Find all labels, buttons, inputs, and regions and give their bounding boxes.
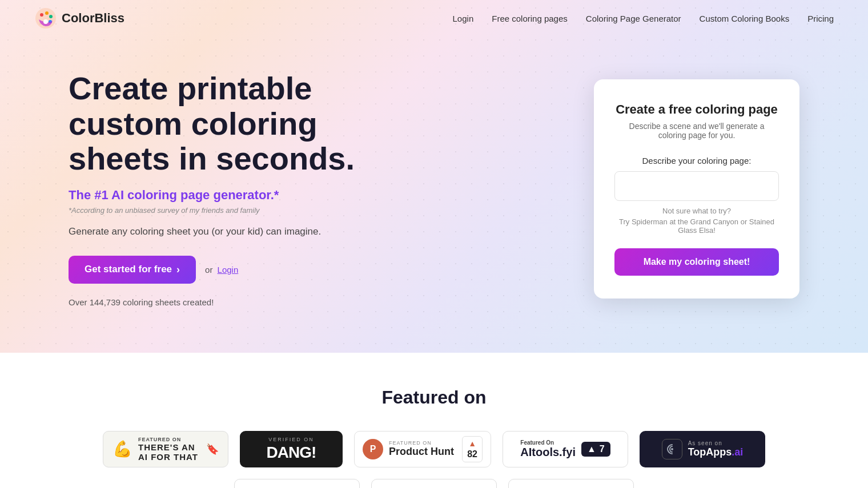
nav-links: Login Free coloring pages Coloring Page … <box>453 14 834 23</box>
topapps-badge[interactable]: As seen on TopApps.ai <box>640 431 765 467</box>
svg-point-2 <box>45 11 49 15</box>
featured-section: Featured on 💪 FEATURED ON THERE'S AN AI … <box>0 353 868 488</box>
svg-point-6 <box>671 448 673 450</box>
free-coloring-link[interactable]: Free coloring pages <box>492 14 568 23</box>
pricing-link[interactable]: Pricing <box>807 14 834 23</box>
logo[interactable]: ColorBliss <box>34 7 124 30</box>
palette-icon <box>34 7 57 30</box>
books-link[interactable]: Custom Coloring Books <box>700 14 790 23</box>
navbar: ColorBliss Login Free coloring pages Col… <box>0 0 868 37</box>
aiforthat-name: THERE'S AN AI FOR THAT <box>138 442 200 462</box>
card-title: Create a free coloring page <box>614 102 779 117</box>
ph-vote-count: 82 <box>467 449 477 459</box>
aitools-score-box: ▲ 7 <box>581 442 610 457</box>
login-link[interactable]: Login <box>453 14 474 23</box>
bookmark-icon: 🔖 <box>206 443 219 455</box>
hero-description: Generate any coloring sheet you (or your… <box>69 226 388 237</box>
producthunt-badge[interactable]: P FEATURED ON Product Hunt ▲ 82 <box>354 431 491 467</box>
hero-left: Create printable custom coloring sheets … <box>69 71 388 307</box>
generator-link[interactable]: Coloring Page Generator <box>586 14 681 23</box>
sheet-count: Over 144,739 coloring sheets created! <box>69 297 388 307</box>
aiforthat-featured-text: FEATURED ON <box>138 437 200 442</box>
badges-row-1: 💪 FEATURED ON THERE'S AN AI FOR THAT 🔖 V… <box>23 431 845 467</box>
input-label: Describe your coloring page: <box>614 156 779 166</box>
svg-point-5 <box>43 19 48 24</box>
toolify-badge[interactable]: ⚙️ FEATURED ON Toolify.ai ★ <box>371 479 497 488</box>
svg-point-1 <box>40 13 43 17</box>
arm-icon: 💪 <box>112 439 132 458</box>
card-hint1: Not sure what to try? <box>614 207 779 215</box>
get-started-button[interactable]: Get started for free › <box>69 256 196 284</box>
aitools-score-value: 7 <box>600 444 605 454</box>
ph-arrow-icon: ▲ <box>468 439 476 448</box>
aitools-featured-text: Featured On <box>520 439 576 446</box>
topapps-name: TopApps.ai <box>688 446 744 458</box>
topapps-icon <box>662 439 682 459</box>
ph-name: Product Hunt <box>389 446 456 458</box>
aitools-badge[interactable]: Featured On AItools.fyi ▲ 7 <box>503 431 628 467</box>
arrow-icon: › <box>176 264 180 276</box>
card-subtitle: Describe a scene and we'll generate a co… <box>614 122 779 140</box>
cta-row: Get started for free › or Login <box>69 256 388 284</box>
hero-title: Create printable custom coloring sheets … <box>69 71 388 176</box>
coloring-card: Create a free coloring page Describe a s… <box>594 79 799 299</box>
aitools-name: AItools.fyi <box>520 446 576 459</box>
make-coloring-button[interactable]: Make my coloring sheet! <box>614 248 779 276</box>
topapps-seen-text: As seen on <box>688 440 744 446</box>
aixploria-badge[interactable]: Featured on AIXPLORIA <box>234 479 360 488</box>
cta-or-text: or Login <box>205 265 238 275</box>
dang-name: DANG! <box>267 443 316 462</box>
hero-disclaimer: *According to an unbiased survey of my f… <box>69 206 388 215</box>
cta-login-link[interactable]: Login <box>218 265 239 275</box>
ph-icon: P <box>363 439 383 459</box>
hero-content: Create printable custom coloring sheets … <box>0 37 868 353</box>
dang-badge[interactable]: Verified on DANG! <box>240 431 343 467</box>
svg-point-3 <box>49 15 53 18</box>
featured-title: Featured on <box>23 387 845 408</box>
badges-row-2: Featured on AIXPLORIA ⚙️ FEATURED ON Too… <box>23 479 845 488</box>
aiforthat-badge[interactable]: 💪 FEATURED ON THERE'S AN AI FOR THAT 🔖 <box>103 431 228 467</box>
hero-subtitle: The #1 AI coloring page generator.* <box>69 188 388 203</box>
saas-badge[interactable]: 🤖 Featured on SaaS AI Tools <box>508 479 634 488</box>
card-hint2: Try Spiderman at the Grand Canyon or Sta… <box>614 217 779 235</box>
aitools-triangle-icon: ▲ <box>587 444 596 454</box>
dang-verified-text: Verified on <box>268 437 314 442</box>
coloring-description-input[interactable] <box>614 171 779 201</box>
brand-name: ColorBliss <box>62 11 124 26</box>
ph-featured-text: FEATURED ON <box>389 440 456 446</box>
ph-votes-box: ▲ 82 <box>462 436 483 462</box>
